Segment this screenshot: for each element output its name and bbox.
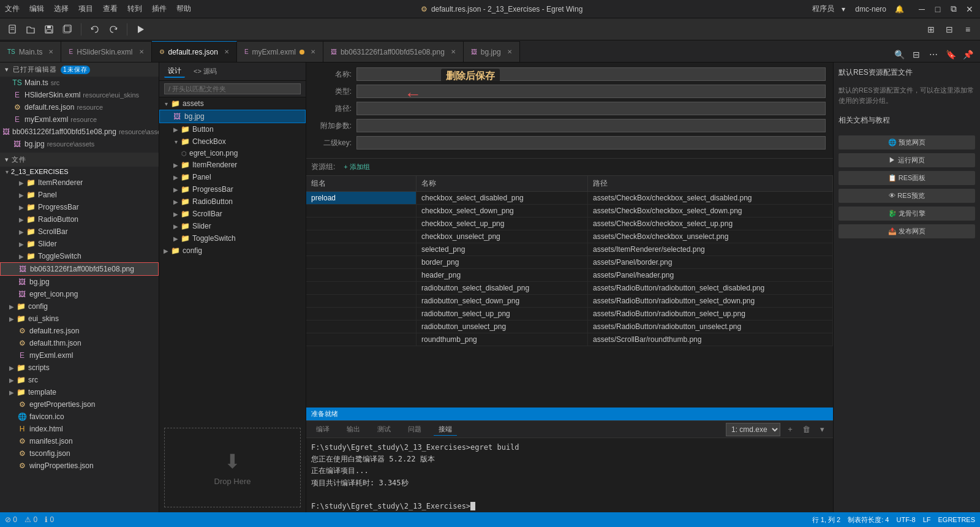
form-name-input[interactable]: [356, 67, 826, 81]
sidebar-item-panel[interactable]: ▶ 📁 Panel: [0, 189, 159, 201]
tab-myexml[interactable]: E myExml.exml ✕: [237, 41, 323, 62]
sidebar-item-scrollbar[interactable]: ▶ 📁 ScrollBar: [0, 226, 159, 238]
sidebar-item-bgjpg[interactable]: 🖼 bg.jpg resource\assets: [0, 138, 159, 150]
bell-icon[interactable]: 🔔: [895, 5, 904, 13]
sidebar-item-euiskins[interactable]: ▶ 📁 eui_skins: [0, 313, 159, 325]
status-info[interactable]: ℹ 0: [45, 515, 54, 524]
sidebar-item-defaultthm[interactable]: ⚙ default.thm.json: [0, 337, 159, 349]
new-file-btn[interactable]: [5, 22, 20, 37]
sidebar-item-scripts[interactable]: ▶ 📁 scripts: [0, 362, 159, 374]
titlebar-menu[interactable]: 文件 编辑 选择 项目 查看 转到 插件 帮助: [5, 4, 191, 14]
tab-maints-close[interactable]: ✕: [48, 48, 53, 55]
sidebar-item-slider[interactable]: ▶ 📁 Slider: [0, 238, 159, 250]
layout-full-btn[interactable]: ⊟: [942, 22, 957, 37]
menu-project[interactable]: 项目: [78, 4, 93, 14]
res-assets-folder[interactable]: ▾ 📁 assets: [159, 97, 306, 110]
table-row[interactable]: radiobutton_select_down_png assets/Radio…: [306, 295, 833, 308]
sidebar-item-manifest[interactable]: ⚙ manifest.json: [0, 435, 159, 447]
menu-goto[interactable]: 转到: [127, 4, 142, 14]
sidebar-item-maints[interactable]: TS Main.ts src: [0, 77, 159, 89]
drop-area[interactable]: ⬇ Drop Here: [164, 428, 301, 507]
sidebar-item-template[interactable]: ▶ 📁 template: [0, 386, 159, 398]
quick-btn-run[interactable]: ▶ 运行网页: [839, 153, 975, 167]
sidebar-item-bb[interactable]: 🖼 bb0631226f1aff00bfd51e08.png resource\…: [0, 126, 159, 138]
table-row[interactable]: border_png assets/Panel/border.png: [306, 256, 833, 269]
res-checkbox-folder[interactable]: ▾ 📁 CheckBox: [159, 135, 306, 148]
terminal-trash-btn[interactable]: 🗑: [800, 423, 812, 436]
resource-search-input[interactable]: [164, 83, 301, 94]
tab-default-res-close[interactable]: ✕: [224, 48, 229, 55]
term-tab-compile[interactable]: 编译: [311, 423, 334, 435]
table-row[interactable]: selected_png assets/ItemRenderer/selecte…: [306, 243, 833, 256]
res-config-folder[interactable]: ▶ 📁 config: [159, 245, 306, 257]
files-header[interactable]: ▾ 文件: [0, 153, 159, 167]
maximize-btn[interactable]: ⧉: [948, 4, 959, 15]
tab-bb[interactable]: 🖼 bb0631226f1aff00bfd51e08.png ✕: [323, 41, 464, 62]
sidebar-item-toggleswitch[interactable]: ▶ 📁 ToggleSwitch: [0, 250, 159, 262]
sidebar-item-2-13[interactable]: ▾ 2_13_EXERCISES: [0, 167, 159, 176]
res-egret-icon[interactable]: ⬡ egret_icon.png: [159, 148, 306, 159]
tab-bgjpg[interactable]: 🖼 bg.jpg ✕: [464, 41, 520, 62]
sidebar-item-radiobutton[interactable]: ▶ 📁 RadioButton: [0, 213, 159, 226]
sidebar-item-itemrenderer[interactable]: ▶ 📁 ItemRenderer: [0, 176, 159, 189]
tab-hsliderskin[interactable]: E HSliderSkin.exml ✕: [61, 41, 151, 62]
close-btn[interactable]: ✕: [964, 4, 975, 15]
tab-more-btn[interactable]: ⋯: [926, 47, 941, 62]
quick-btn-dragon[interactable]: 🐉 龙骨引擎: [839, 207, 975, 221]
term-tab-terminal[interactable]: 接端: [434, 423, 457, 436]
open-editors-header[interactable]: ▾ 已打开编辑器 1未保存: [0, 63, 159, 77]
status-warnings[interactable]: ⚠ 0: [24, 515, 37, 524]
sidebar-item-myexml2[interactable]: E myExml.exml: [0, 349, 159, 362]
res-toggleswitch-folder[interactable]: ▶ 📁 ToggleSwitch: [159, 232, 306, 245]
open-file-btn[interactable]: [23, 22, 38, 37]
sidebar-item-hsliderskin[interactable]: E HSliderSkin.exml resource\eui_skins: [0, 89, 159, 101]
res-panel-folder[interactable]: ▶ 📁 Panel: [159, 171, 306, 183]
term-tab-test[interactable]: 测试: [372, 423, 396, 435]
res-itemrenderer-folder[interactable]: ▶ 📁 ItemRenderer: [159, 159, 306, 171]
build-btn[interactable]: [134, 22, 148, 37]
design-tab[interactable]: 设计: [164, 65, 185, 78]
sidebar-item-progressbar[interactable]: ▶ 📁 ProgressBar: [0, 201, 159, 213]
sidebar-item-defaultres[interactable]: ⚙ default.res.json resource: [0, 101, 159, 113]
tab-pin-btn[interactable]: 📌: [960, 47, 975, 62]
sidebar-item-wingprop[interactable]: ⚙ wingProperties.json: [0, 460, 159, 472]
res-progressbar-folder[interactable]: ▶ 📁 ProgressBar: [159, 183, 306, 195]
tab-hsliderskin-close[interactable]: ✕: [139, 48, 144, 55]
restore-btn[interactable]: □: [932, 4, 943, 15]
tab-bookmark-btn[interactable]: 🔖: [943, 47, 958, 62]
term-tab-output[interactable]: 输出: [342, 423, 365, 435]
menu-file[interactable]: 文件: [5, 4, 20, 14]
form-path-input[interactable]: [356, 102, 826, 115]
menu-select[interactable]: 选择: [54, 4, 69, 14]
sidebar-item-bgjpg2[interactable]: 🖼 bg.jpg: [0, 276, 159, 288]
table-row[interactable]: roundthumb_png assets/ScrollBar/roundthu…: [306, 333, 833, 346]
res-slider-folder[interactable]: ▶ 📁 Slider: [159, 220, 306, 232]
dropdown-arrow[interactable]: ▾: [842, 5, 845, 13]
menu-view[interactable]: 查看: [103, 4, 118, 14]
res-scrollbar-folder[interactable]: ▶ 📁 ScrollBar: [159, 208, 306, 220]
table-row[interactable]: radiobutton_unselect_png assets/RadioBut…: [306, 320, 833, 333]
minimize-btn[interactable]: ─: [916, 4, 927, 15]
terminal-add-btn[interactable]: +: [784, 423, 796, 436]
titlebar-controls[interactable]: 程序员 ▾ dmc-nero 🔔 ─ □ ⧉ ✕: [812, 4, 975, 15]
save-btn[interactable]: [42, 22, 56, 37]
table-row[interactable]: preload checkbox_select_disabled_png ass…: [306, 192, 833, 205]
quick-btn-publish[interactable]: 📤 发布网页: [839, 224, 975, 238]
terminal-dropdown[interactable]: 1: cmd.exe: [726, 423, 780, 436]
status-errors[interactable]: ⊘ 0: [5, 515, 17, 524]
add-group-btn[interactable]: + 添加组: [340, 161, 373, 173]
tab-bb-close[interactable]: ✕: [451, 48, 456, 55]
form-type-input[interactable]: [356, 85, 826, 98]
tab-default-res[interactable]: ⚙ default.res.json ✕: [152, 41, 237, 62]
undo-btn[interactable]: [88, 22, 102, 37]
menu-plugin[interactable]: 插件: [152, 4, 167, 14]
res-button-folder[interactable]: ▶ 📁 Button: [159, 123, 306, 135]
layout-split-btn[interactable]: ⊞: [924, 22, 938, 37]
sidebar-item-index[interactable]: H index.html: [0, 423, 159, 435]
quick-btn-res[interactable]: 📋 RES面板: [839, 171, 975, 185]
sidebar-item-tsconfig[interactable]: ⚙ tsconfig.json: [0, 447, 159, 460]
table-row[interactable]: checkbox_select_up_png assets/CheckBox/c…: [306, 218, 833, 230]
tab-maints[interactable]: TS Main.ts ✕: [0, 41, 61, 62]
table-row[interactable]: checkbox_unselect_png assets/CheckBox/ch…: [306, 230, 833, 243]
term-tab-problems[interactable]: 问题: [403, 423, 426, 435]
